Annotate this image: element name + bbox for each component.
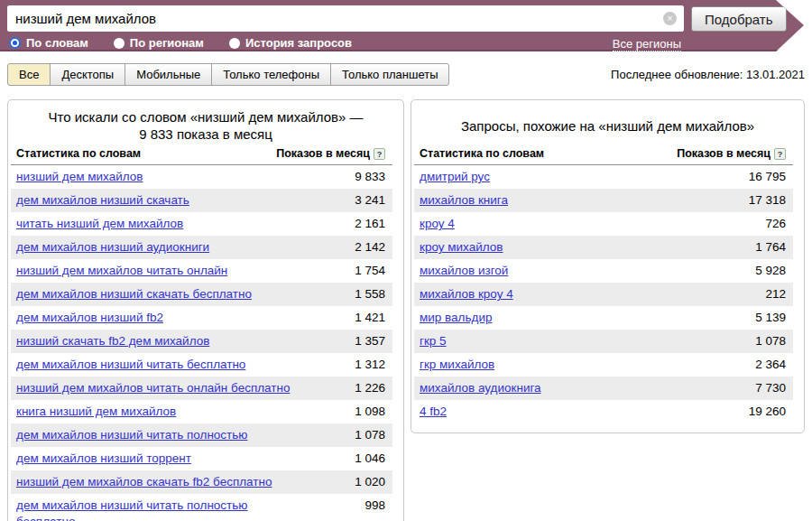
radio-by-words[interactable]: По словам xyxy=(9,36,88,50)
query-link[interactable]: михайлов аудиокнига xyxy=(420,380,541,396)
shows-count: 2 142 xyxy=(355,239,385,256)
shows-count: 2 364 xyxy=(755,357,786,373)
query-link[interactable]: дем михайлов низший скачать бесплатно xyxy=(16,286,252,302)
search-input[interactable] xyxy=(7,5,684,32)
query-link[interactable]: гкр 5 xyxy=(420,333,447,349)
query-link[interactable]: низший дем михайлов читать онлайн беспла… xyxy=(16,380,290,396)
left-table: низший дем михайлов9 833дем михайлов низ… xyxy=(11,165,392,521)
table-row: михайлов изгой5 928 xyxy=(414,259,793,283)
table-row: дем михайлов низший читать бесплатно1 31… xyxy=(11,353,392,377)
table-row: мир вальдир5 139 xyxy=(414,306,793,330)
radio-icon xyxy=(9,37,21,49)
shows-count: 1 558 xyxy=(355,286,385,302)
query-link[interactable]: мир вальдир xyxy=(420,310,492,326)
query-link[interactable]: низший дем михайлов скачать fb2 бесплатн… xyxy=(16,474,272,490)
table-header: Статистика по словам Показов в месяц ? xyxy=(414,147,793,165)
query-link[interactable]: дем михайлов низший читать полностью xyxy=(16,427,247,443)
table-row: гкр михайлов2 364 xyxy=(414,353,793,377)
table-row: низший дем михайлов скачать fb2 бесплатн… xyxy=(11,470,392,494)
tab-tablets-only[interactable]: Только планшеты xyxy=(330,63,449,86)
query-link[interactable]: 4 fb2 xyxy=(420,404,447,420)
tab-desktops[interactable]: Десктопы xyxy=(50,63,125,86)
shows-count: 17 318 xyxy=(749,192,786,209)
right-table: дмитрий рус16 795михайлов книга17 318кро… xyxy=(414,165,793,423)
table-row: дмитрий рус16 795 xyxy=(414,165,793,189)
query-link[interactable]: михайлов книга xyxy=(420,192,508,209)
query-link[interactable]: низший дем михайлов xyxy=(16,169,143,185)
shows-count: 1 046 xyxy=(355,451,385,467)
shows-count: 1 421 xyxy=(355,310,385,326)
query-link[interactable]: читать низший дем михайлов xyxy=(16,216,183,232)
query-link[interactable]: дем михайлов низший скачать xyxy=(16,192,189,209)
table-row: дем михайлов низший fb21 421 xyxy=(11,306,392,330)
query-link[interactable]: дем михайлов низший аудиокниги xyxy=(16,239,209,256)
results-panels: Что искали со словом «низший дем михайло… xyxy=(7,99,805,521)
device-tabs: Все Десктопы Мобильные Только телефоны Т… xyxy=(7,63,449,86)
query-link[interactable]: дем михайлов низший читать бесплатно xyxy=(16,357,245,373)
table-row: низший скачать fb2 дем михайлов1 357 xyxy=(11,330,392,353)
all-regions-link[interactable]: Все регионы xyxy=(613,37,681,51)
radio-label: По словам xyxy=(26,36,88,50)
radio-query-history[interactable]: История запросов xyxy=(229,36,352,50)
shows-count: 16 795 xyxy=(749,169,786,185)
search-field-wrap: × xyxy=(7,5,684,32)
submit-button[interactable]: Подобрать xyxy=(691,6,787,32)
query-link[interactable]: книга низший дем михайлов xyxy=(16,404,176,420)
column-keyword: Статистика по словам xyxy=(16,147,141,160)
query-link[interactable]: кроу михайлов xyxy=(420,239,503,256)
query-link[interactable]: дем михайлов низший торрент xyxy=(16,451,191,467)
table-row: книга низший дем михайлов1 098 xyxy=(11,400,392,423)
query-link[interactable]: михайлов кроу 4 xyxy=(420,286,513,302)
panel-title: Что искали со словом «низший дем михайло… xyxy=(8,107,403,144)
column-shows: Показов в месяц xyxy=(677,147,770,160)
panel-title: Запросы, похожие на «низший дем михайлов… xyxy=(411,107,804,144)
query-link[interactable]: низший скачать fb2 дем михайлов xyxy=(16,333,209,349)
table-row: дем михайлов низший скачать3 241 xyxy=(11,189,392,212)
shows-count: 1 078 xyxy=(755,333,786,349)
shows-count: 1 312 xyxy=(355,357,385,373)
column-shows: Показов в месяц xyxy=(276,147,370,160)
query-link[interactable]: гкр михайлов xyxy=(420,357,494,373)
shows-count: 1 098 xyxy=(355,404,385,420)
search-mode-radios: По словам По регионам История запросов xyxy=(9,36,352,50)
search-header-bar: × Подобрать По словам По регионам Истори… xyxy=(0,0,812,51)
shows-count: 2 161 xyxy=(355,216,385,232)
query-link[interactable]: дмитрий рус xyxy=(420,169,490,185)
table-row: дем михайлов низший скачать бесплатно1 5… xyxy=(11,283,392,306)
query-link[interactable]: низший дем михайлов читать онлайн xyxy=(16,263,227,279)
device-tabs-row: Все Десктопы Мобильные Только телефоны Т… xyxy=(7,63,812,86)
query-link[interactable]: михайлов изгой xyxy=(420,263,508,279)
table-row: михайлов кроу 4212 xyxy=(414,283,793,306)
radio-by-regions[interactable]: По регионам xyxy=(114,36,204,50)
shows-count: 9 833 xyxy=(355,169,385,185)
table-row: низший дем михайлов читать онлайн беспла… xyxy=(11,377,392,400)
table-row: низший дем михайлов9 833 xyxy=(11,165,392,189)
tab-mobile[interactable]: Мобильные xyxy=(125,63,212,86)
radio-icon xyxy=(114,38,125,49)
shows-count: 3 241 xyxy=(355,192,385,209)
shows-count: 1 078 xyxy=(355,427,385,443)
query-link[interactable]: дем михайлов низший fb2 xyxy=(16,310,163,326)
query-link[interactable]: кроу 4 xyxy=(420,216,455,232)
shows-count: 5 139 xyxy=(755,310,786,326)
help-icon[interactable]: ? xyxy=(774,148,786,160)
column-keyword: Статистика по словам xyxy=(420,147,544,160)
tab-all[interactable]: Все xyxy=(7,63,51,86)
shows-count: 212 xyxy=(765,286,786,302)
table-row: дем михайлов низший читать полностью1 07… xyxy=(11,423,392,447)
table-row: михайлов книга17 318 xyxy=(414,189,793,212)
shows-count: 1 764 xyxy=(755,239,786,256)
query-link[interactable]: дем михайлов низший читать полностью бес… xyxy=(16,498,287,521)
tab-phones-only[interactable]: Только телефоны xyxy=(211,63,331,86)
table-row: 4 fb219 260 xyxy=(414,400,793,423)
clear-icon[interactable]: × xyxy=(663,12,677,25)
table-row: кроу михайлов1 764 xyxy=(414,236,793,259)
help-icon[interactable]: ? xyxy=(374,148,385,160)
table-row: кроу 4726 xyxy=(414,212,793,236)
table-row: читать низший дем михайлов2 161 xyxy=(11,212,392,236)
shows-count: 19 260 xyxy=(749,404,786,420)
table-row: дем михайлов низший аудиокниги2 142 xyxy=(11,236,392,259)
table-row: михайлов аудиокнига7 730 xyxy=(414,377,793,400)
last-update-text: Последнее обновление: 13.01.2021 xyxy=(611,68,805,81)
shows-count: 7 730 xyxy=(755,380,786,396)
